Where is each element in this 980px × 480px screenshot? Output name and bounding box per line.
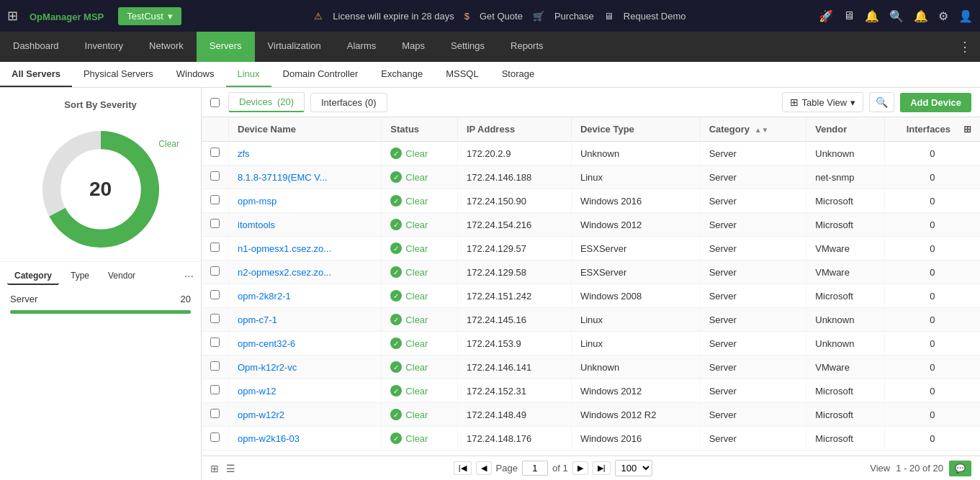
select-all-checkbox[interactable] (210, 98, 220, 107)
search-button[interactable]: 🔍 (869, 92, 894, 112)
purchase-link[interactable]: Purchase (554, 11, 594, 22)
row-checkbox[interactable] (202, 189, 229, 213)
sidebar-tab-vendor[interactable]: Vendor (101, 268, 143, 285)
nav-item-inventory[interactable]: Inventory (72, 32, 136, 62)
page-size-select[interactable]: 100 50 25 (615, 460, 652, 476)
devices-tab[interactable]: Devices (20) (228, 92, 305, 112)
sidebar-tab-type[interactable]: Type (63, 268, 96, 285)
row-device-type: Linux (571, 308, 700, 332)
user-icon[interactable]: 👤 (958, 9, 973, 23)
page-input[interactable] (522, 461, 548, 476)
header-ip-address[interactable]: IP Address (457, 117, 571, 142)
row-checkbox[interactable] (202, 427, 229, 450)
rocket-icon[interactable]: 🚀 (819, 9, 833, 23)
first-page-button[interactable]: |◀ (454, 461, 472, 475)
view-icon-button[interactable]: 💬 (949, 461, 971, 476)
row-checkbox[interactable] (202, 142, 229, 166)
nav-item-reports[interactable]: Reports (498, 32, 557, 62)
settings-icon[interactable]: ⚙ (938, 9, 948, 23)
table-view-button[interactable]: ⊞ Table View ▾ (782, 92, 864, 112)
row-device-name[interactable]: opm-w2k16-03 (229, 427, 382, 450)
row-ip: 172.24.146.188 (457, 166, 571, 189)
row-checkbox[interactable] (202, 379, 229, 403)
row-device-name[interactable]: opm-msp (229, 189, 382, 213)
list-view-icon[interactable]: ☰ (226, 463, 235, 474)
row-device-name[interactable]: opm-cent32-6 (229, 332, 382, 356)
customer-selector[interactable]: TestCust ▾ (118, 7, 181, 25)
row-device-name[interactable]: opm-c7-1 (229, 308, 382, 332)
sidebar-tab-category[interactable]: Category (7, 268, 59, 285)
subnav-domain-controller[interactable]: Domain Controller (271, 62, 370, 87)
row-checkbox[interactable] (202, 166, 229, 189)
last-page-button[interactable]: ▶| (593, 461, 611, 475)
row-checkbox[interactable] (202, 284, 229, 308)
nav-item-settings[interactable]: Settings (438, 32, 498, 62)
row-checkbox[interactable] (202, 356, 229, 379)
row-ip: 172.24.129.58 (457, 261, 571, 284)
nav-item-maps[interactable]: Maps (389, 32, 438, 62)
header-device-type[interactable]: Device Type (571, 117, 700, 142)
get-quote-link[interactable]: Get Quote (480, 11, 523, 22)
subnav-exchange[interactable]: Exchange (369, 62, 434, 87)
row-checkbox[interactable] (202, 237, 229, 261)
request-demo-link[interactable]: Request Demo (624, 11, 686, 22)
row-device-name[interactable]: 8.1.8-37119(EMC V... (229, 166, 382, 189)
col-settings-icon[interactable]: ⊞ (963, 124, 971, 135)
add-device-button[interactable]: Add Device (900, 93, 971, 112)
row-checkbox[interactable] (202, 213, 229, 237)
subnav-mssql[interactable]: MSSQL (434, 62, 490, 87)
search-icon[interactable]: 🔍 (889, 9, 904, 23)
sidebar-row-label: Server (10, 294, 37, 304)
header-device-name[interactable]: Device Name (229, 117, 382, 142)
row-checkbox[interactable] (202, 261, 229, 284)
header-status[interactable]: Status (382, 117, 458, 142)
row-checkbox[interactable] (202, 332, 229, 356)
row-device-name[interactable]: opm-w12 (229, 379, 382, 403)
header-interfaces[interactable]: Interfaces ⊞ (884, 117, 980, 142)
row-device-name[interactable]: opm-w12r2 (229, 403, 382, 427)
next-page-button[interactable]: ▶ (572, 461, 588, 475)
row-interfaces: 0 (884, 403, 980, 427)
notification-icon[interactable]: 🔔 (914, 9, 928, 23)
subnav-linux[interactable]: Linux (226, 62, 271, 87)
grid-view-icon[interactable]: ⊞ (210, 463, 219, 474)
prev-page-button[interactable]: ◀ (476, 461, 492, 475)
nav-item-network[interactable]: Network (136, 32, 197, 62)
row-ip: 172.24.148.176 (457, 427, 571, 450)
row-status: ✓ Clear (382, 213, 458, 237)
dropdown-chevron-icon: ▾ (850, 97, 855, 108)
sidebar-more-icon[interactable]: ··· (184, 270, 194, 283)
table-wrapper: Device Name Status IP Address Device Typ… (202, 117, 980, 456)
interfaces-tab[interactable]: Interfaces (0) (310, 93, 387, 112)
nav-item-servers[interactable]: Servers (197, 32, 255, 62)
monitor-icon[interactable]: 🖥 (843, 9, 855, 22)
row-device-name[interactable]: n1-opmesx1.csez.zo... (229, 237, 382, 261)
subnav-physical-servers[interactable]: Physical Servers (72, 62, 165, 87)
subnav-all-servers[interactable]: All Servers (0, 62, 72, 87)
header-category[interactable]: Category ▲▼ (700, 117, 806, 142)
nav-item-dashboard[interactable]: Dashboard (0, 32, 72, 62)
row-device-name[interactable]: Opm-k12r2-vc (229, 356, 382, 379)
subnav-windows[interactable]: Windows (165, 62, 226, 87)
row-device-name[interactable]: n2-opmesx2.csez.zo... (229, 261, 382, 284)
footer-right: View 1 - 20 of 20 💬 (870, 461, 971, 476)
top-bar-center: ⚠ License will expire in 28 days $ Get Q… (181, 11, 819, 22)
status-label: Clear (405, 362, 428, 373)
row-device-name[interactable]: zfs (229, 142, 382, 166)
grid-icon: ⊞ (7, 8, 18, 24)
status-clear-icon: ✓ (390, 409, 402, 420)
row-checkbox[interactable] (202, 403, 229, 427)
nav-more-icon[interactable]: ⋮ (950, 32, 980, 62)
row-checkbox[interactable] (202, 308, 229, 332)
bell-icon[interactable]: 🔔 (865, 9, 879, 23)
row-status: ✓ Clear (382, 403, 458, 427)
nav-item-alarms[interactable]: Alarms (334, 32, 389, 62)
table-row: zfs ✓ Clear 172.20.2.9 Unknown Server Un… (202, 142, 980, 166)
row-device-name[interactable]: itomtools (229, 213, 382, 237)
subnav-storage[interactable]: Storage (490, 62, 547, 87)
chevron-down-icon: ▾ (168, 11, 173, 22)
row-interfaces: 0 (884, 261, 980, 284)
nav-item-virtualization[interactable]: Virtualization (255, 32, 334, 62)
header-vendor[interactable]: Vendor (806, 117, 884, 142)
row-device-name[interactable]: opm-2k8r2-1 (229, 284, 382, 308)
